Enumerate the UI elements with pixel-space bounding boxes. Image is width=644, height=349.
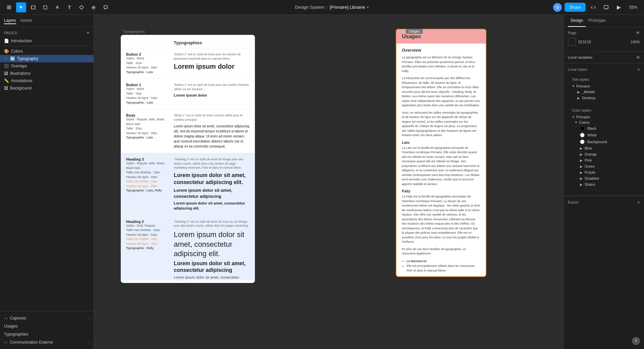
help-button[interactable]: ? [632,337,640,345]
color-primaire-label: Primaire [576,115,590,119]
svg-rect-0 [7,6,11,6]
typo-detail-button2: Styles : BlackTaille : 32pxHauteur de li… [126,56,170,74]
export-add-button[interactable]: + [637,199,640,205]
color-item-states[interactable]: ▶ States [575,181,636,187]
move-tool[interactable] [16,2,26,12]
text-styles-title: Text styles [572,77,636,81]
typo-desc-heading3: "Heading 3" est un style de texte de tit… [174,157,250,170]
code-view-button[interactable] [588,2,598,12]
page-item-illustrations[interactable]: 🖼 Illustrations [0,70,94,77]
usages-panel: Usages Overview La typographie est un él… [396,29,486,277]
sidebar-item-comm-externe[interactable]: ≡≡ Communication Externe ↕ [0,338,94,346]
local-styles-add[interactable]: + [637,67,640,72]
page-label-overlays: Overlays [11,64,27,68]
page-color-swatch[interactable] [568,38,576,46]
page-item-colors[interactable]: 🎨 Colors [0,48,94,55]
color-item-disabled[interactable]: ▶ Disabled [575,175,636,181]
shape-tool[interactable] [40,2,50,12]
page-color-value: 1E1E1E [578,40,591,44]
typo-row-heading3: Heading 3 Styles : Regular, Italic, Blac… [121,153,255,216]
usages-para3: Ainsi, on retrouvera les tailles minimal… [402,111,480,138]
page-visibility-icon[interactable]: 👁 [636,31,640,35]
color-item-purple[interactable]: ▶ Purple [575,169,636,175]
style-subitem-desktop[interactable]: ▶ Desktop [572,95,636,101]
color-item-orange[interactable]: ▶ Orange [575,151,636,157]
green-arrow-icon: ▶ [580,165,583,168]
typo-meta-heading3: Heading 3 Styles : Regular, Italic, Blac… [126,157,170,211]
usages-para2: La hiérarchie est communiquée par des di… [402,76,480,108]
text-tool[interactable]: T [64,2,74,12]
preview-button[interactable]: ▶ [614,2,624,12]
page-icon-typography: 🔤 [10,56,15,61]
typo-preview-h2-text1: Lorem ipsum dolor sit amet, consectetur … [174,230,250,259]
file-dropdown-icon[interactable]: ▾ [367,5,369,9]
typo-detail-heading3-typo: Typographie : Lato, Pally [126,188,170,193]
orange-arrow-icon: ▶ [580,153,583,156]
typo-preview-text-button2: Lorem ipsum dolor [174,63,250,70]
pen-tool[interactable] [52,2,62,12]
page-item-typography[interactable]: ✓ 🔤 Typography [0,55,94,62]
tab-prototype[interactable]: Prototype [586,15,608,27]
component-tool[interactable] [76,2,87,12]
color-swatch-background [580,139,585,144]
typo-row-body: Body Styles : Regular, Italic, Black,Bla… [121,109,255,153]
page-item-annotations[interactable]: ✏️ Annotations [0,77,94,84]
item-label-comm-externe: Communication Externe [10,340,53,345]
tab-layers[interactable]: Layers [4,17,16,24]
usages-para1: La typographie est un élément clé du Des… [402,55,480,73]
color-label-orange: Orange [585,152,597,156]
states-arrow-icon: ▶ [580,183,583,186]
menu-button[interactable] [4,2,14,12]
typo-preview-body: "Body 1" est un style de texte courant u… [174,113,250,149]
typo-detail-heading3: Styles : Regular, Italic, Black,Black It… [126,161,170,179]
sidebar-item-captures[interactable]: ≡≡ Captures ↕ [0,314,94,322]
zoom-level[interactable]: 55% [627,4,640,11]
comment-tool[interactable] [101,2,111,12]
text-styles-section: Text styles ▼ Primaire ▶ _Mobile ▶ Deskt… [568,75,640,106]
page-icon-colors: 🎨 [4,49,9,54]
color-item-pink[interactable]: ▶ Pink [575,157,636,163]
primaire-group-header[interactable]: ▼ Primaire [572,83,636,89]
color-item-white[interactable]: White [575,132,636,138]
usages-list-montserrat-title: La Montserrat [407,259,480,264]
typo-preview-h3-text1: Lorem ipsum dolor sit amet, consectetur … [174,172,250,186]
desktop-arrow-icon: ▶ [577,96,580,100]
page-opacity: 100% [631,40,640,44]
local-variables-icon[interactable]: ⚙ [636,55,640,60]
style-subitem-mobile[interactable]: ▶ _Mobile [572,89,636,95]
page-section-title: Page [568,31,577,35]
color-styles-title: Color styles [572,108,636,112]
frame-tool[interactable] [28,2,38,12]
present-button[interactable] [601,2,611,12]
color-primaire-header[interactable]: ▼ Primaire [572,114,636,120]
sidebar-item-typographies[interactable]: Typographies [0,330,94,338]
color-primaire-arrow: ▼ [572,115,575,119]
page-item-overlays[interactable]: ⬛ Overlays [0,62,94,70]
page-item-introduction[interactable]: 📄 Introduction [0,37,94,45]
color-item-black[interactable]: Black [575,125,636,132]
color-label-blue: Blue [585,146,592,150]
typo-name-button2: Button 2 [126,52,170,56]
sidebar-item-usages[interactable]: Usages [0,322,94,330]
captures-expand-icon: ↕ [88,316,90,320]
tab-design[interactable]: Design [568,15,586,27]
user-avatar[interactable]: U [553,3,562,12]
color-label-white: White [587,133,597,137]
typo-meta-heading2: Heading 2 Styles : Bold, RegularTaille m… [126,220,170,280]
page-item-background[interactable]: 🖼 Background [0,84,94,92]
typo-desc-heading2: "Heading 2" est un style de texte de sou… [174,220,250,228]
project-name: Design System [295,5,324,10]
color-item-green[interactable]: ▶ Green [575,163,636,169]
typo-preview-heading2: "Heading 2" est un style de texte de sou… [174,220,250,280]
hand-tool[interactable] [89,2,99,12]
color-item-background[interactable]: Background [575,138,636,145]
tab-assets[interactable]: Assets [20,17,32,24]
color-item-blue[interactable]: ▶ Blue [575,145,636,151]
style-group-primaire: ▼ Primaire ▶ _Mobile ▶ Desktop [572,83,636,101]
svg-rect-1 [7,7,11,8]
pages-add-button[interactable]: + [87,30,90,36]
share-button[interactable]: Share [565,3,586,12]
local-variables-section: Local variables ⚙ [564,52,644,63]
colors-subgroup-header[interactable]: ▼ Colors [575,120,636,125]
typo-preview-h2-text2: Lorem ipsum dolor sit amet, consectetur … [174,260,250,274]
